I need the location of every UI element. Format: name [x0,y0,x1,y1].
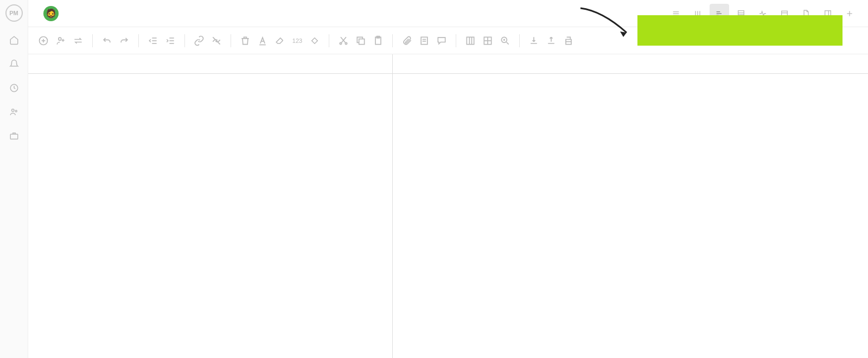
briefcase-icon[interactable] [9,130,20,141]
trash-icon[interactable] [239,34,252,47]
view-add-icon[interactable] [840,4,859,23]
left-sidebar: PM [0,0,28,358]
gantt-timeline-header [393,54,868,74]
svg-point-37 [340,42,341,44]
undo-icon[interactable] [100,34,113,47]
home-icon[interactable] [9,35,20,46]
zoom-icon[interactable] [499,34,512,47]
unlink-icon[interactable] [210,34,223,47]
svg-rect-36 [312,37,318,43]
notes-icon[interactable] [418,34,431,47]
print-icon[interactable] [562,34,575,47]
task-grid [28,54,393,358]
cut-icon[interactable] [337,34,350,47]
svg-point-38 [345,42,347,44]
copy-icon[interactable] [354,34,367,47]
app-logo[interactable]: PM [5,4,23,22]
svg-point-1 [11,109,14,112]
add-task-icon[interactable] [37,34,50,47]
attach-icon[interactable] [400,34,413,47]
svg-point-25 [59,37,61,40]
svg-rect-55 [566,41,571,44]
start-free-trial-button[interactable] [637,15,843,46]
avatar[interactable]: 🧔 [43,6,59,21]
link-icon[interactable] [193,34,206,47]
outdent-icon[interactable] [146,34,159,47]
grid-header [28,54,392,74]
comment-icon[interactable] [435,34,448,47]
diamond-icon[interactable] [308,34,321,47]
export-icon[interactable] [545,34,558,47]
gantt-chart[interactable] [393,54,868,358]
svg-rect-3 [10,134,18,139]
clock-icon[interactable] [9,83,20,93]
import-icon[interactable] [527,34,540,47]
paste-icon[interactable] [372,34,385,47]
svg-line-52 [507,42,509,44]
indent-icon[interactable] [164,34,177,47]
eraser-icon[interactable] [273,34,286,47]
svg-rect-45 [467,37,474,44]
grid-icon[interactable] [481,34,494,47]
redo-icon[interactable] [118,34,131,47]
team-icon[interactable] [9,106,20,117]
columns-icon[interactable] [464,34,477,47]
svg-point-2 [15,110,17,112]
add-user-icon[interactable] [54,34,67,47]
notifications-icon[interactable] [9,59,20,70]
svg-rect-39 [359,39,365,44]
text-color-icon[interactable] [256,34,269,47]
swap-icon[interactable] [72,34,85,47]
number-icon[interactable]: 123 [291,34,304,47]
